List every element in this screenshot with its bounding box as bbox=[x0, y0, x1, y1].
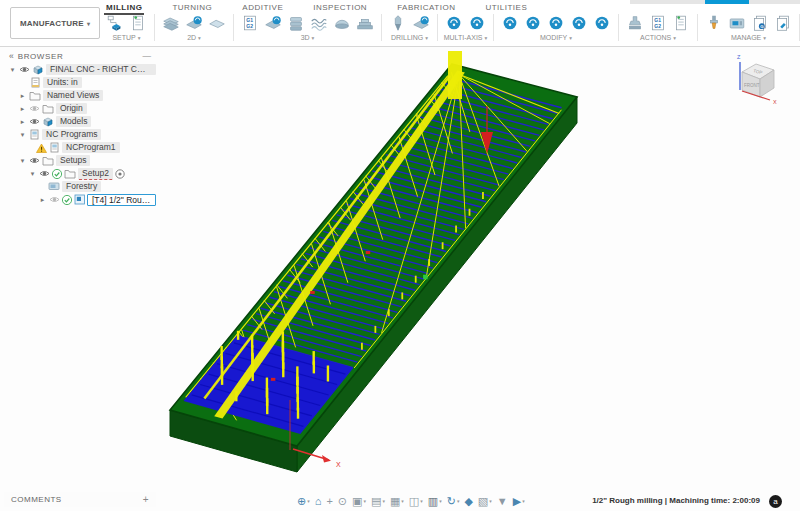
group-2d: 2D▾ bbox=[156, 13, 232, 41]
tree-item-origin[interactable]: ▸ Origin bbox=[4, 102, 156, 115]
caret-expanded-icon[interactable]: ▾ bbox=[28, 170, 37, 178]
add-comment-icon[interactable]: + bbox=[143, 494, 149, 505]
face-milling-icon[interactable] bbox=[160, 13, 182, 33]
grid-snaps-icon[interactable]: ▦▾ bbox=[390, 496, 404, 507]
2d-pocket-icon[interactable] bbox=[183, 13, 205, 33]
group-multiaxis-label[interactable]: MULTI-AXIS bbox=[444, 34, 483, 41]
caret-collapsed-icon[interactable]: ▸ bbox=[18, 118, 27, 126]
document-tab-strip bbox=[630, 0, 800, 4]
adaptive-clearing-icon[interactable] bbox=[239, 13, 261, 33]
group-3d-label[interactable]: 3D bbox=[301, 34, 310, 41]
feed-optimization-icon[interactable] bbox=[568, 13, 590, 33]
post-process-icon[interactable] bbox=[624, 13, 646, 33]
group-modify-label[interactable]: MODIFY bbox=[540, 34, 567, 41]
post-library-icon[interactable] bbox=[749, 13, 771, 33]
active-setup-radio-icon[interactable] bbox=[115, 169, 125, 179]
tree-item-label[interactable]: Units: in bbox=[43, 77, 82, 88]
visibility-eye-icon[interactable] bbox=[39, 169, 50, 178]
group-2d-label[interactable]: 2D bbox=[187, 34, 196, 41]
fit-view-icon[interactable]: ⌂ bbox=[315, 496, 322, 507]
autodesk-assistant-icon[interactable]: a bbox=[769, 495, 782, 508]
caret-collapsed-icon[interactable]: ▸ bbox=[18, 105, 27, 113]
nc-code-editor-icon[interactable] bbox=[647, 13, 669, 33]
fusion-manufacture-window: G1G2 G X Z TOP FRONT bbox=[0, 0, 800, 511]
selection-filter-icon[interactable]: ▼ bbox=[497, 496, 508, 507]
pocket-clearing-icon[interactable] bbox=[262, 13, 284, 33]
tree-item-setup2[interactable]: ▾ Setup2 bbox=[4, 167, 156, 180]
group-drilling-label[interactable]: DRILLING bbox=[391, 34, 423, 41]
machine-library-icon[interactable] bbox=[726, 13, 748, 33]
tree-item-label[interactable]: Setups bbox=[56, 155, 90, 166]
bore-icon[interactable] bbox=[410, 13, 432, 33]
template-library-icon[interactable] bbox=[772, 13, 794, 33]
2d-contour-icon[interactable] bbox=[206, 13, 228, 33]
tree-item-ncprogram1[interactable]: NCProgram1 bbox=[4, 141, 156, 154]
visibility-eye-off-icon[interactable] bbox=[49, 195, 60, 204]
edit-passes-icon[interactable] bbox=[545, 13, 567, 33]
view-cube[interactable]: Z TOP FRONT X bbox=[726, 50, 790, 112]
generate-sheet-icon[interactable] bbox=[670, 13, 692, 33]
rotary-icon[interactable] bbox=[466, 13, 488, 33]
group-setup-label[interactable]: SETUP bbox=[112, 34, 135, 41]
delete-passes-icon[interactable] bbox=[522, 13, 544, 33]
trim-toolpath-icon[interactable] bbox=[499, 13, 521, 33]
link-passes-icon[interactable] bbox=[591, 13, 613, 33]
group-actions-label[interactable]: ACTIONS bbox=[640, 34, 671, 41]
layout-icon[interactable]: ▧▾ bbox=[478, 496, 492, 507]
tree-item-setups[interactable]: ▾ Setups bbox=[4, 154, 156, 167]
setup-sheet-icon[interactable] bbox=[127, 13, 149, 33]
position-icon[interactable]: ⊕▾ bbox=[297, 496, 310, 507]
tree-item-units[interactable]: Units: in bbox=[4, 76, 156, 89]
tool-library-icon[interactable] bbox=[703, 13, 725, 33]
visibility-eye-icon[interactable] bbox=[19, 65, 30, 74]
new-setup-icon[interactable] bbox=[104, 13, 126, 33]
visibility-eye-off-icon[interactable] bbox=[29, 104, 40, 113]
tree-item-label[interactable]: Forestry bbox=[62, 181, 101, 192]
tree-item-named-views[interactable]: ▸ Named Views bbox=[4, 89, 156, 102]
tree-item-nc-programs[interactable]: ▾ NC Programs bbox=[4, 128, 156, 141]
active-document-tab-indicator[interactable] bbox=[705, 0, 749, 4]
steep-shallow-icon[interactable] bbox=[285, 13, 307, 33]
pan-icon[interactable]: + bbox=[326, 496, 332, 507]
tree-item-label[interactable]: Models bbox=[56, 116, 91, 127]
visual-style-icon[interactable]: ▥▾ bbox=[428, 496, 442, 507]
valid-check-icon bbox=[52, 169, 62, 179]
collapse-panel-icon[interactable]: « bbox=[9, 51, 14, 61]
swarf-icon[interactable] bbox=[443, 13, 465, 33]
scallop-icon[interactable] bbox=[331, 13, 353, 33]
caret-collapsed-icon[interactable]: ▸ bbox=[38, 196, 47, 204]
tree-item-label[interactable]: Origin bbox=[56, 103, 87, 114]
visibility-eye-icon[interactable] bbox=[29, 156, 40, 165]
zoom-window-icon[interactable]: ▣▾ bbox=[352, 496, 366, 507]
viewports-icon[interactable]: ◫▾ bbox=[409, 496, 423, 507]
caret-expanded-icon[interactable]: ▾ bbox=[18, 157, 27, 165]
workspace-switcher-button[interactable]: MANUFACTURE ▾ bbox=[10, 7, 100, 39]
contour-icon[interactable] bbox=[354, 13, 376, 33]
look-at-icon[interactable]: ◆ bbox=[464, 496, 472, 507]
tree-item-models[interactable]: ▸ Models bbox=[4, 115, 156, 128]
caret-collapsed-icon[interactable]: ▸ bbox=[18, 92, 27, 100]
folder-icon bbox=[29, 90, 41, 101]
tree-item-stock[interactable]: Forestry bbox=[4, 180, 156, 193]
drill-icon[interactable] bbox=[387, 13, 409, 33]
visibility-eye-icon[interactable] bbox=[29, 117, 40, 126]
tree-item-label[interactable]: FINAL CNC - RIGHT CORNER PANE... bbox=[46, 64, 156, 75]
tree-item-label[interactable]: [T4] 1/2" Rough milli... bbox=[87, 194, 156, 206]
zoom-icon[interactable]: ⊙ bbox=[338, 496, 347, 507]
group-manage-label[interactable]: MANAGE bbox=[731, 34, 761, 41]
comments-panel[interactable]: COMMENTS + bbox=[4, 492, 156, 507]
tree-item-operation-rough-milling[interactable]: ▸ [T4] 1/2" Rough milli... bbox=[4, 193, 156, 206]
tree-item-label[interactable]: Setup2 bbox=[78, 168, 113, 180]
caret-expanded-icon[interactable]: ▾ bbox=[18, 131, 27, 139]
navigation-arrow-icon[interactable]: ▶▾ bbox=[513, 496, 525, 507]
display-settings-icon[interactable]: ▤▾ bbox=[371, 496, 385, 507]
tree-item-label[interactable]: NCProgram1 bbox=[62, 142, 120, 153]
parallel-icon[interactable] bbox=[308, 13, 330, 33]
orbit-icon[interactable]: ↻▾ bbox=[447, 496, 460, 507]
tree-item-label[interactable]: Named Views bbox=[43, 90, 103, 101]
viewcube-front-label: FRONT bbox=[744, 83, 760, 88]
tree-item-document[interactable]: ▾ FINAL CNC - RIGHT CORNER PANE... bbox=[4, 63, 156, 76]
minimize-panel-icon[interactable]: — bbox=[143, 51, 152, 61]
caret-expanded-icon[interactable]: ▾ bbox=[8, 66, 17, 74]
tree-item-label[interactable]: NC Programs bbox=[42, 129, 101, 140]
